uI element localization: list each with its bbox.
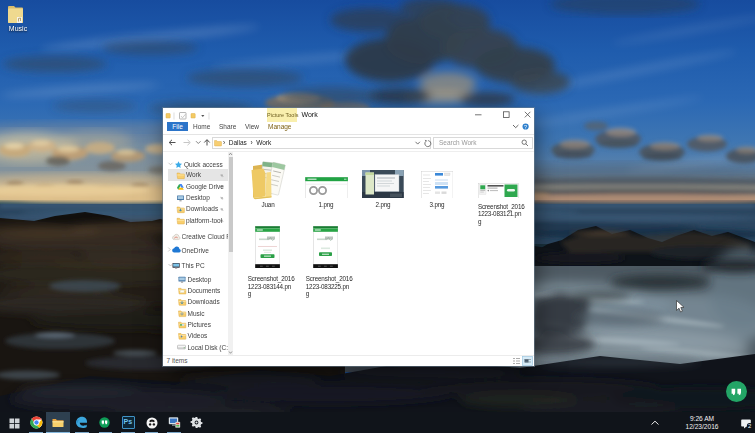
svg-text:2: 2 — [748, 422, 751, 428]
svg-text:?: ? — [524, 124, 527, 130]
